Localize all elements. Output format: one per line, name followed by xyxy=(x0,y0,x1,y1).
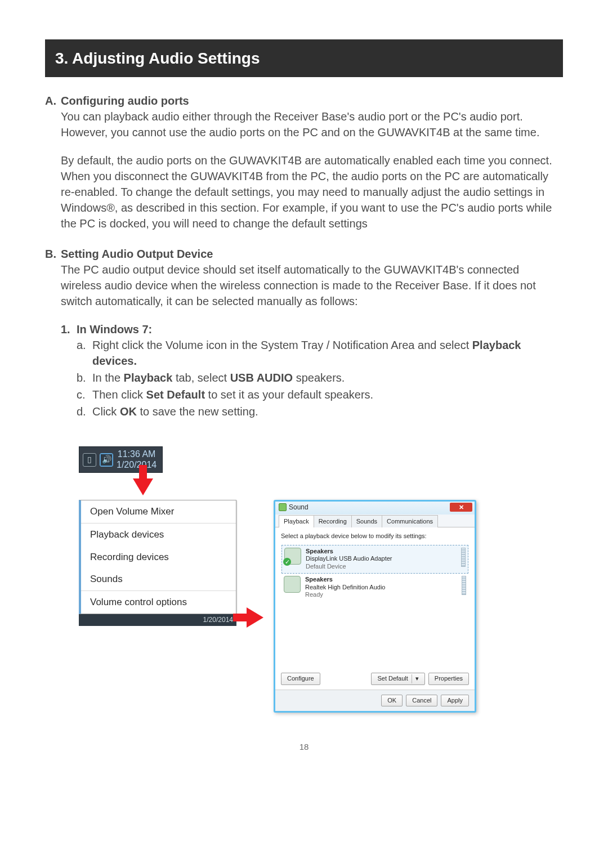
device-1-name: Speakers xyxy=(305,576,385,584)
sound-tabs: Playback Recording Sounds Communications xyxy=(275,514,475,527)
substep-d-post: to save the new setting. xyxy=(137,405,258,418)
ok-button[interactable]: OK xyxy=(381,695,403,706)
substep-b-bold1: Playback xyxy=(124,372,173,384)
system-tray: ▯ 🔊 11:36 AM 1/20/2014 xyxy=(79,446,163,473)
substep-d-text: Click OK to save the new setting. xyxy=(92,404,563,419)
step-1-title: In Windows 7: xyxy=(77,321,563,337)
sound-title: Sound xyxy=(289,503,309,512)
substep-a-label: a. xyxy=(77,337,92,369)
set-default-button[interactable]: Set Default ▾ xyxy=(371,673,424,684)
device-1-desc: Realtek High Definition Audio xyxy=(305,584,385,592)
tab-playback[interactable]: Playback xyxy=(279,515,314,527)
battery-icon: ▯ xyxy=(83,453,96,467)
chevron-down-icon: ▾ xyxy=(412,674,419,683)
subsection-b-paragraph-1: The PC audio output device should set it… xyxy=(61,262,563,309)
subsection-a-paragraph-1: You can playback audio either through th… xyxy=(61,109,563,140)
taskbar-strip: 1/20/2014 xyxy=(79,614,236,626)
level-meter-icon xyxy=(461,548,466,567)
substep-b-label: b. xyxy=(77,370,92,386)
taskbar-date: 1/20/2014 xyxy=(203,615,233,625)
tray-time: 11:36 AM xyxy=(117,449,157,459)
tab-sounds[interactable]: Sounds xyxy=(351,515,382,527)
device-0-name: Speakers xyxy=(306,548,392,556)
arrow-right-icon xyxy=(247,607,263,628)
close-button[interactable]: ✕ xyxy=(450,503,472,512)
ctx-sounds[interactable]: Sounds xyxy=(81,568,236,590)
subsection-b-title: Setting Audio Output Device xyxy=(61,246,563,262)
substep-c-post: to set it as your default speakers. xyxy=(205,388,373,401)
device-1-status: Ready xyxy=(305,591,385,599)
ctx-playback-devices[interactable]: Playback devices xyxy=(81,524,236,546)
subsection-a-label: A. xyxy=(45,93,61,231)
ctx-open-volume-mixer[interactable]: Open Volume Mixer xyxy=(81,500,236,523)
subsection-a-title: Configuring audio ports xyxy=(61,93,563,109)
close-icon: ✕ xyxy=(459,503,464,512)
substep-b-bold2: USB AUDIO xyxy=(230,372,293,384)
context-menu: Open Volume Mixer Playback devices Recor… xyxy=(79,500,236,626)
ctx-recording-devices[interactable]: Recording devices xyxy=(81,546,236,569)
subsection-a-paragraph-2: By default, the audio ports on the GUWAV… xyxy=(61,153,563,231)
page-number: 18 xyxy=(45,741,563,753)
substep-c-pre: Then click xyxy=(92,388,146,401)
tray-date: 1/20/2014 xyxy=(117,460,157,470)
speaker-icon xyxy=(284,576,301,593)
substep-d-label: d. xyxy=(77,404,92,419)
set-default-label: Set Default xyxy=(377,674,408,683)
device-0-status: Default Device xyxy=(306,563,392,571)
substep-b-post: speakers. xyxy=(293,372,345,384)
device-row-0[interactable]: Speakers DisplayLink USB Audio Adapter D… xyxy=(281,545,468,574)
speaker-icon xyxy=(284,548,301,565)
configure-button[interactable]: Configure xyxy=(281,673,320,684)
substep-b-mid: tab, select xyxy=(172,372,230,384)
apply-button[interactable]: Apply xyxy=(441,695,469,706)
sound-hint: Select a playback device below to modify… xyxy=(281,532,469,540)
substep-a-pre: Right click the Volume icon in the Syste… xyxy=(92,339,472,351)
properties-button[interactable]: Properties xyxy=(428,673,469,684)
device-row-1[interactable]: Speakers Realtek High Definition Audio R… xyxy=(281,574,468,601)
substep-c-label: c. xyxy=(77,387,92,402)
substep-b-text: In the Playback tab, select USB AUDIO sp… xyxy=(92,370,563,386)
cancel-button[interactable]: Cancel xyxy=(406,695,437,706)
ctx-volume-control-options[interactable]: Volume control options xyxy=(81,591,236,614)
level-meter-icon xyxy=(462,576,466,595)
substep-d-pre: Click xyxy=(92,405,120,418)
device-0-desc: DisplayLink USB Audio Adapter xyxy=(306,555,392,563)
sound-dialog: Sound ✕ Playback Recording Sounds Commun… xyxy=(274,500,476,713)
substep-c-text: Then click Set Default to set it as your… xyxy=(92,387,563,402)
substep-d-bold: OK xyxy=(120,405,137,418)
subsection-b-label: B. xyxy=(45,246,61,422)
sound-titlebar: Sound ✕ xyxy=(275,502,475,514)
substep-a-text: Right click the Volume icon in the Syste… xyxy=(92,337,563,369)
substep-c-bold: Set Default xyxy=(146,388,205,401)
substep-b-pre: In the xyxy=(92,372,124,384)
step-1-label: 1. xyxy=(61,321,77,420)
sound-window-icon xyxy=(279,503,287,511)
arrow-down-icon xyxy=(133,478,153,495)
volume-icon[interactable]: 🔊 xyxy=(100,453,113,467)
tray-clock: 11:36 AM 1/20/2014 xyxy=(117,449,157,470)
tab-recording[interactable]: Recording xyxy=(314,515,352,527)
tab-communications[interactable]: Communications xyxy=(382,515,438,527)
section-header: 3. Adjusting Audio Settings xyxy=(45,39,563,77)
